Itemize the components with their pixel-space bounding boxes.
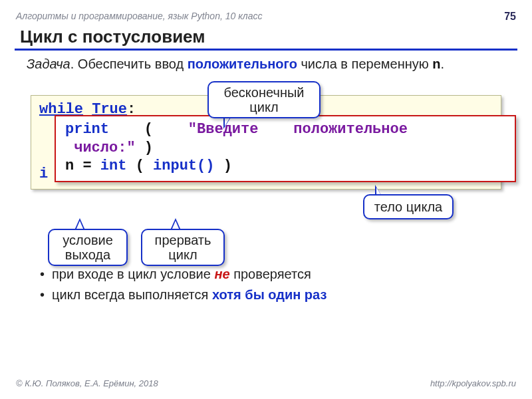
b1-pre: при входе в цикл условие [52,267,214,281]
task-t2: числа в переменную [297,57,432,71]
bullet-list: при входе в цикл условие не проверяется … [40,267,521,303]
code-inner-line2: n = int ( input() ) [65,157,508,176]
task-t3: . [441,57,445,71]
topbar: Алгоритмы и программирование, язык Pytho… [11,8,521,23]
footer: © К.Ю. Поляков, Е.А. Ерёмин, 2018 http:/… [16,378,516,388]
tok-i: i [39,166,48,182]
tok-open: ( [144,121,153,138]
task-text: Задача. Обеспечить ввод положительного ч… [11,56,521,72]
tok-n: n [65,158,74,174]
task-t1: . Обеспечить ввод [70,57,188,71]
task-label: Задача [27,57,70,71]
callout-infinite-loop: бесконечный цикл [207,81,321,118]
tok-open2: ( [136,158,144,174]
b1-post: проверяется [230,267,311,281]
b2-em: хотя бы один раз [212,287,327,302]
tok-close: ) [144,140,153,156]
tok-str2: положительное [293,121,408,138]
page-number: 75 [504,11,516,23]
code-inner: print ( "Введите положительное число:" )… [55,115,516,182]
tok-eq: = [82,158,91,174]
tok-int: int [100,158,127,174]
task-keyword: положительного [188,57,297,71]
page-title: Цикл с постусловием [15,23,517,51]
bullet-2: цикл всегда выполняется хотя бы один раз [40,287,521,303]
b1-em: не [214,267,229,281]
footer-left: © К.Ю. Поляков, Е.А. Ерёмин, 2018 [16,378,158,388]
tok-str3: число:" [74,140,135,156]
callout-loop-body: тело цикла [363,194,454,219]
callout-exit-cond: условие выхода [48,229,128,266]
callout-break: прервать цикл [141,229,225,266]
breadcrumb: Алгоритмы и программирование, язык Pytho… [16,11,262,23]
task-var: n [432,57,440,71]
code-inner-line1: print ( "Введите положительное [65,120,508,139]
b2-pre: цикл всегда выполняется [52,287,212,302]
tok-close2: ) [223,158,232,174]
slide: Алгоритмы и программирование, язык Pytho… [11,8,521,391]
footer-right: http://kpolyakov.spb.ru [430,378,516,388]
bullet-1: при входе в цикл условие не проверяется [40,267,521,282]
code-inner-line1b: число:" ) [65,139,508,158]
tok-input: input() [153,158,214,174]
tok-print: print [65,121,109,138]
